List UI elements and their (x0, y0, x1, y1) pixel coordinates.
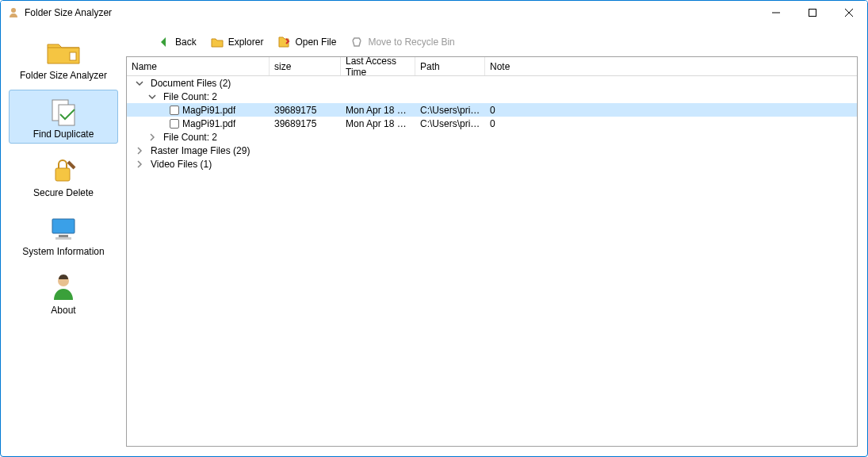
tree-node-video-files[interactable]: Video Files (1) (127, 157, 857, 171)
tree-node-document-files[interactable]: Document Files (2) (127, 76, 857, 90)
sidebar-item-folder-size-analyzer[interactable]: Folder Size Analyzer (9, 31, 118, 85)
monitor-icon (44, 213, 82, 244)
titlebar: Folder Size Analyzer (1, 1, 867, 25)
file-path: C:\Users\priyo\... (415, 118, 485, 129)
grid-header: Name size Last Access Time Path Note (127, 57, 857, 76)
tree-node-label: Video Files (1) (146, 159, 289, 170)
recycle-icon (350, 36, 363, 48)
row-checkbox[interactable] (170, 106, 179, 115)
folder-open-icon (211, 36, 224, 48)
open-file-button[interactable]: Open File (277, 36, 336, 48)
column-header-name[interactable]: Name (127, 57, 270, 75)
maximize-button[interactable] (794, 1, 831, 25)
window-title: Folder Size Analyzer (25, 7, 112, 18)
column-header-note[interactable]: Note (485, 57, 857, 75)
minimize-button[interactable] (758, 1, 794, 25)
chevron-right-icon[interactable] (135, 146, 144, 156)
person-icon (44, 271, 82, 303)
svg-rect-10 (59, 235, 68, 237)
row-checkbox[interactable] (170, 119, 179, 129)
sidebar: Folder Size Analyzer Find Duplicate (1, 25, 126, 456)
sidebar-item-system-information[interactable]: System Information (9, 207, 118, 261)
file-last-access: Mon Apr 18 01:... (341, 105, 415, 116)
tree-node-label: File Count: 2 (159, 132, 301, 143)
chevron-right-icon[interactable] (135, 159, 144, 169)
back-arrow-icon (158, 36, 170, 48)
chevron-right-icon[interactable] (147, 132, 157, 142)
file-note: 0 (485, 118, 857, 129)
chevron-down-icon[interactable] (135, 79, 144, 88)
sidebar-item-label: Secure Delete (33, 187, 94, 198)
toolbar-label: Open File (295, 36, 336, 48)
tree-node-file-count[interactable]: File Count: 2 (127, 90, 857, 103)
file-row[interactable]: MagPi91.pdf 39689175 Mon Apr 18 01:... C… (127, 117, 857, 130)
svg-point-0 (11, 8, 16, 13)
close-button[interactable] (831, 1, 867, 25)
lock-brush-icon (44, 154, 82, 186)
move-to-recycle-bin-button[interactable]: Move to Recycle Bin (350, 36, 454, 48)
sidebar-item-label: System Information (22, 246, 104, 257)
duplicate-icon (44, 95, 82, 127)
folder-icon (44, 36, 82, 68)
sidebar-item-find-duplicate[interactable]: Find Duplicate (9, 90, 118, 144)
column-header-last-access[interactable]: Last Access Time (341, 57, 415, 75)
toolbar-label: Back (175, 36, 197, 48)
file-name: MagPi91.pdf (182, 105, 235, 116)
sidebar-item-label: About (51, 305, 75, 316)
explorer-button[interactable]: Explorer (211, 36, 264, 48)
toolbar: Back Explorer Open File Move to Recycle … (126, 34, 858, 56)
file-row[interactable]: MagPi91.pdf 39689175 Mon Apr 18 01:... C… (127, 103, 857, 117)
sidebar-item-secure-delete[interactable]: Secure Delete (9, 148, 118, 202)
tree-node-label: File Count: 2 (159, 91, 301, 102)
tree-node-file-count[interactable]: File Count: 2 (127, 130, 857, 144)
sidebar-item-about[interactable]: About (9, 266, 118, 320)
app-icon (7, 6, 20, 19)
file-note: 0 (485, 105, 857, 116)
tree-node-label: Raster Image Files (29) (146, 145, 289, 156)
toolbar-label: Move to Recycle Bin (368, 36, 454, 48)
results-grid: Name size Last Access Time Path Note Doc… (126, 56, 858, 447)
svg-rect-8 (55, 168, 70, 181)
file-size: 39689175 (270, 118, 341, 129)
svg-rect-2 (809, 10, 816, 17)
toolbar-label: Explorer (228, 36, 264, 48)
open-file-icon (277, 36, 290, 48)
svg-rect-5 (70, 52, 76, 60)
file-path: C:\Users\priyo\... (415, 105, 485, 116)
file-size: 39689175 (270, 105, 341, 116)
sidebar-item-label: Folder Size Analyzer (20, 70, 107, 81)
column-header-size[interactable]: size (270, 57, 341, 75)
chevron-down-icon[interactable] (147, 92, 157, 102)
main-pane: Back Explorer Open File Move to Recycle … (126, 25, 867, 456)
tree-node-raster-image-files[interactable]: Raster Image Files (29) (127, 144, 857, 157)
grid-body: Document Files (2) File Count: 2 MagPi91… (127, 76, 857, 171)
svg-rect-9 (52, 219, 75, 233)
file-name: MagPi91.pdf (182, 118, 235, 129)
column-header-path[interactable]: Path (415, 57, 485, 75)
file-last-access: Mon Apr 18 01:... (341, 118, 415, 129)
sidebar-item-label: Find Duplicate (33, 129, 94, 140)
back-button[interactable]: Back (158, 36, 197, 48)
tree-node-label: Document Files (2) (146, 78, 289, 89)
svg-rect-11 (55, 237, 71, 240)
